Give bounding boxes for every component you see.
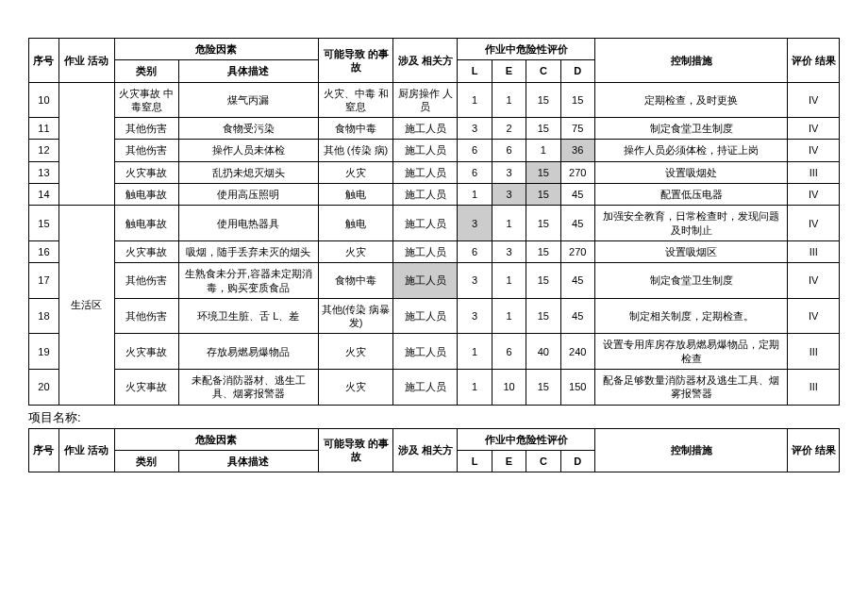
table-row: 13火灾事故乱扔未熄灭烟头火灾施工人员6315270设置吸烟处III (29, 161, 840, 183)
cell-cat: 其他伤害 (114, 298, 178, 334)
cell-party: 施工人员 (393, 184, 458, 206)
cell-cat: 其他伤害 (114, 140, 178, 161)
hdr-eval: 作业中危险性评价 (458, 39, 594, 60)
cell-E: 3 (492, 240, 526, 262)
table-row: 17其他伤害生熟食未分开,容器未定期消毒，购买变质食品食物中毒施工人员31154… (29, 263, 840, 299)
hdr2-desc: 具体描述 (179, 450, 319, 472)
hdr2-C: C (526, 450, 560, 472)
risk-eval-table-2: 序号 作业 活动 危险因素 可能导致 的事故 涉及 相关方 作业中危险性评价 控… (28, 428, 840, 473)
hdr2-eval: 作业中危险性评价 (458, 428, 594, 450)
cell-res: IV (788, 118, 840, 140)
cell-seq: 13 (29, 161, 59, 183)
cell-E: 10 (492, 370, 526, 406)
cell-acc: 火灾 (318, 161, 393, 183)
hdr-res: 评价 结果 (788, 39, 840, 83)
cell-res: III (788, 370, 840, 406)
cell-ctrl: 制定食堂卫生制度 (594, 118, 788, 140)
table-row: 11其他伤害食物受污染食物中毒施工人员321575制定食堂卫生制度IV (29, 118, 840, 140)
cell-res: IV (788, 184, 840, 206)
cell-ctrl: 设置吸烟处 (594, 161, 788, 183)
cell-desc: 未配备消防器材、逃生工 具、烟雾报警器 (179, 370, 319, 406)
cell-seq: 16 (29, 240, 59, 262)
table-header-2: 序号 作业 活动 危险因素 可能导致 的事故 涉及 相关方 作业中危险性评价 控… (29, 428, 840, 472)
hdr-cat: 类别 (114, 60, 178, 82)
cell-C: 15 (526, 263, 560, 299)
risk-eval-table: 序号 作业 活动 危险因素 可能导致 的事故 涉及 相关方 作业中危险性评价 控… (28, 38, 840, 406)
cell-res: III (788, 161, 840, 183)
cell-L: 3 (458, 118, 492, 140)
cell-D: 240 (560, 334, 594, 370)
hdr2-D: D (560, 450, 594, 472)
table-row: 20火灾事故未配备消防器材、逃生工 具、烟雾报警器火灾施工人员11015150配… (29, 370, 840, 406)
cell-ctrl: 加强安全教育，日常检查时，发现问题 及时制止 (594, 206, 788, 241)
cell-seq: 18 (29, 298, 59, 334)
hdr-acc: 可能导致 的事故 (318, 39, 393, 83)
cell-acc: 触电 (318, 184, 393, 206)
cell-acc: 火灾 (318, 370, 393, 406)
cell-seq: 10 (29, 82, 59, 118)
cell-seq: 19 (29, 334, 59, 370)
cell-cat: 火灾事故 (114, 334, 178, 370)
cell-C: 40 (526, 334, 560, 370)
cell-E: 6 (492, 334, 526, 370)
hdr2-cat: 类别 (114, 450, 178, 472)
cell-E: 2 (492, 118, 526, 140)
hdr2-L: L (458, 450, 492, 472)
hdr2-E: E (492, 450, 526, 472)
cell-party: 施工人员 (393, 298, 458, 334)
cell-desc: 煤气丙漏 (179, 82, 319, 118)
cell-activity: 生活区 (58, 206, 114, 405)
cell-C: 15 (526, 161, 560, 183)
cell-L: 1 (458, 184, 492, 206)
cell-party: 施工人员 (393, 370, 458, 406)
cell-D: 36 (560, 140, 594, 161)
cell-res: IV (788, 298, 840, 334)
cell-L: 3 (458, 298, 492, 334)
cell-desc: 乱扔未熄灭烟头 (179, 161, 319, 183)
cell-acc: 其他 (传染 病) (318, 140, 393, 161)
cell-ctrl: 制定食堂卫生制度 (594, 263, 788, 299)
hdr2-risk: 危险因素 (114, 428, 318, 450)
cell-C: 15 (526, 82, 560, 118)
cell-party: 施工人员 (393, 118, 458, 140)
cell-E: 3 (492, 184, 526, 206)
cell-D: 150 (560, 370, 594, 406)
cell-D: 45 (560, 184, 594, 206)
cell-res: IV (788, 140, 840, 161)
cell-desc: 使用高压照明 (179, 184, 319, 206)
cell-D: 75 (560, 118, 594, 140)
cell-cat: 火灾事故 (114, 370, 178, 406)
cell-desc: 操作人员未体检 (179, 140, 319, 161)
cell-res: IV (788, 82, 840, 118)
table-row: 15生活区触电事故使用电热器具触电施工人员311545加强安全教育，日常检查时，… (29, 206, 840, 241)
cell-ctrl: 配备足够数量消防器材及逃生工具、烟 雾报警器 (594, 370, 788, 406)
hdr-C: C (526, 60, 560, 82)
cell-D: 270 (560, 161, 594, 183)
hdr2-ctrl: 控制措施 (594, 428, 788, 472)
cell-seq: 11 (29, 118, 59, 140)
table-row: 10火灾事故 中毒窒息煤气丙漏火灾、中毒 和窒息厨房操作 人员111515定期检… (29, 82, 840, 118)
cell-party: 施工人员 (393, 206, 458, 241)
cell-C: 15 (526, 206, 560, 241)
cell-D: 45 (560, 298, 594, 334)
cell-seq: 17 (29, 263, 59, 299)
hdr-party: 涉及 相关方 (393, 39, 458, 83)
cell-acc: 食物中毒 (318, 263, 393, 299)
cell-party: 厨房操作 人员 (393, 82, 458, 118)
hdr-desc: 具体描述 (179, 60, 319, 82)
hdr-ctrl: 控制措施 (594, 39, 788, 83)
cell-party: 施工人员 (393, 140, 458, 161)
cell-acc: 触电 (318, 206, 393, 241)
table-body: 10火灾事故 中毒窒息煤气丙漏火灾、中毒 和窒息厨房操作 人员111515定期检… (29, 82, 840, 405)
cell-E: 1 (492, 263, 526, 299)
hdr-risk: 危险因素 (114, 39, 318, 60)
hdr2-seq: 序号 (29, 428, 59, 472)
cell-res: III (788, 240, 840, 262)
hdr-D: D (560, 60, 594, 82)
table-row: 19火灾事故存放易燃易爆物品火灾施工人员1640240设置专用库房存放易燃易爆物… (29, 334, 840, 370)
cell-desc: 环境卫生脏、舌 L、差 (179, 298, 319, 334)
cell-acc: 火灾 (318, 334, 393, 370)
hdr-act: 作业 活动 (58, 39, 114, 83)
cell-L: 1 (458, 82, 492, 118)
cell-D: 45 (560, 206, 594, 241)
